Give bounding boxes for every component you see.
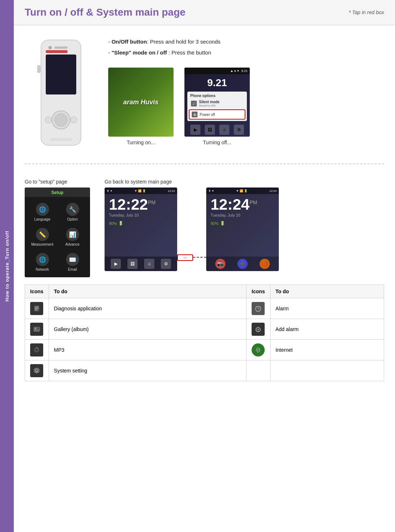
- dashed-separator: [25, 164, 384, 164]
- icon-settings-cell: [25, 360, 49, 381]
- music-btn-1[interactable]: ♫: [144, 259, 154, 269]
- gallery-table-icon: [30, 323, 43, 336]
- setup-col: Go to "setup" page Setup 🌐 Language 🔧 Op…: [25, 179, 90, 277]
- icon-alarm-cell: [247, 298, 270, 319]
- silent-label: Silent mode: [199, 100, 220, 104]
- setup-screen: Setup 🌐 Language 🔧 Option 📏: [25, 188, 90, 277]
- setup-advance[interactable]: 📊 Advance: [58, 225, 87, 249]
- home-date-1: Tuesday, July 10: [105, 212, 177, 218]
- aram-huvis-screen: aram Huvis: [108, 68, 174, 137]
- svg-point-6: [54, 113, 68, 126]
- setup-grid: 🌐 Language 🔧 Option 📏 Measurement �: [25, 197, 90, 277]
- settings-icon: [30, 364, 43, 377]
- advance-label: Advance: [65, 242, 80, 246]
- setup-measurement[interactable]: 📏 Measurement: [28, 225, 57, 249]
- swipe-connector: —: [177, 254, 206, 261]
- phone-options-box: Phone options 🔊 Silent mode Sound is ON: [187, 92, 247, 121]
- svg-rect-14: [35, 310, 37, 310]
- dotted-line: [193, 257, 206, 258]
- gallery-icon: 🖼: [205, 125, 215, 135]
- silent-mode-item: 🔊 Silent mode Sound is ON: [189, 98, 245, 109]
- pm-label-1: PM: [148, 200, 155, 205]
- svg-point-4: [49, 46, 52, 49]
- sidebar-label: How to operate_Turn on/off: [4, 231, 10, 302]
- svg-point-7: [45, 117, 52, 123]
- sound-on-label: Sound is ON: [199, 104, 220, 107]
- measurement-label: Measurement: [31, 242, 53, 246]
- battery-pct-2: 90%: [211, 221, 219, 226]
- language-label: Language: [34, 217, 50, 221]
- svg-rect-1: [46, 55, 76, 94]
- internet-icon: [252, 343, 265, 356]
- network-label: Network: [36, 267, 49, 271]
- network-icon: 🌐: [36, 253, 49, 266]
- mp3-icon: [30, 343, 43, 356]
- setup-network[interactable]: 🌐 Network: [28, 250, 57, 274]
- home-screen-1: ⬆ ✦ ▼ 📶 🔋 12:22 12:22PM Tuesday, July 10…: [105, 188, 177, 271]
- diag-desc: Diagnosis application: [49, 298, 247, 319]
- setup-option[interactable]: 🔧 Option: [58, 200, 87, 224]
- icon-internet-cell: [247, 340, 270, 360]
- sidebar: How to operate_Turn on/off: [0, 0, 14, 532]
- svg-rect-13: [35, 308, 38, 309]
- camera-btn[interactable]: 📷: [215, 259, 225, 269]
- icon-diag-cell: [25, 298, 49, 319]
- big-time: 9.21: [184, 74, 250, 90]
- on-off-bold: On/Off button: [111, 39, 147, 45]
- circle-btn[interactable]: ⭕: [260, 259, 270, 269]
- screens-container: ⬆ ✦ ▼ 📶 🔋 12:22 12:22PM Tuesday, July 10…: [105, 188, 384, 271]
- measurement-icon: 📏: [36, 228, 49, 241]
- main-page-label: Go back to system main page: [105, 179, 384, 185]
- gear-btn-1[interactable]: ⚙: [161, 259, 171, 269]
- silent-icon: 🔊: [191, 101, 197, 106]
- internet-desc: Internet: [270, 340, 384, 360]
- music-icon: ♫: [219, 125, 229, 135]
- alarm-desc: Alarm: [270, 298, 384, 319]
- battery-2: 90% 🔋: [206, 218, 279, 229]
- play-icon: ▶: [190, 125, 200, 135]
- header: Turn on / off & System main page * Tap i…: [14, 0, 395, 25]
- diag-icon: [30, 302, 43, 315]
- svg-rect-20: [34, 327, 40, 331]
- option-icon: 🔧: [66, 203, 79, 216]
- svg-rect-2: [46, 50, 68, 53]
- setup-email[interactable]: ✉️ Email: [58, 250, 87, 274]
- aram-huvis-text: aram Huvis: [123, 98, 158, 106]
- header-note: * Tap in red box: [349, 9, 384, 15]
- setup-language[interactable]: 🌐 Language: [28, 200, 57, 224]
- play-btn-1[interactable]: ▶: [111, 259, 121, 269]
- table-row: Gallery (album) Add alarm: [25, 319, 384, 340]
- gallery-btn-1[interactable]: 🖼: [127, 259, 138, 269]
- silent-mode-text: Silent mode Sound is ON: [199, 100, 220, 107]
- table-row: System setting: [25, 360, 384, 381]
- col-icons-2: Icons: [247, 285, 270, 298]
- icon-mp3-cell: [25, 340, 49, 360]
- add-btn[interactable]: ➕: [237, 259, 248, 269]
- home-bottom-bar-1: ▶ 🖼 ♫ ⚙: [105, 257, 177, 271]
- status-time-1: 12:22: [168, 189, 175, 193]
- pm-label-2: PM: [249, 200, 257, 205]
- home-statusbar-2: ⬆ ✦ ▼ 📶 🔋 12:24: [206, 188, 279, 194]
- status-icons: ▲ ♦ ✦: [230, 69, 240, 73]
- icon-add-alarm-cell: [247, 319, 270, 340]
- status-time-2: 12:24: [269, 189, 277, 193]
- status-left: ⬆ ✦: [107, 189, 113, 193]
- turning-on-item: aram Huvis Turning on...: [108, 68, 174, 145]
- screens-with-connector: ⬆ ✦ ▼ 📶 🔋 12:22 12:22PM Tuesday, July 10…: [105, 188, 384, 271]
- sleep-bold: "Sleep" mode on / off: [111, 49, 167, 56]
- advance-icon: 📊: [66, 228, 79, 241]
- add-alarm-icon: [252, 323, 265, 336]
- power-off-item: ⏻ Power off: [189, 109, 245, 120]
- statusbar: ▲ ♦ ✦ 9:21: [184, 68, 250, 74]
- icon-empty-cell: [247, 360, 270, 381]
- turning-on-screen: aram Huvis: [108, 68, 174, 137]
- power-off-label: Power off: [200, 113, 215, 117]
- home-bottom-bar-2: 📷 ➕ ⭕: [206, 257, 279, 271]
- empty-desc: [270, 360, 384, 381]
- instructions: - On/Off button: Press and hold for 3 se…: [108, 36, 384, 58]
- gallery-desc: Gallery (album): [49, 319, 247, 340]
- svg-point-33: [36, 370, 38, 372]
- screen-images: aram Huvis Turning on... ▲ ♦ ✦ 9:21 9.: [108, 68, 384, 145]
- status-left-2: ⬆ ✦: [208, 189, 214, 193]
- swipe-box[interactable]: —: [177, 254, 193, 261]
